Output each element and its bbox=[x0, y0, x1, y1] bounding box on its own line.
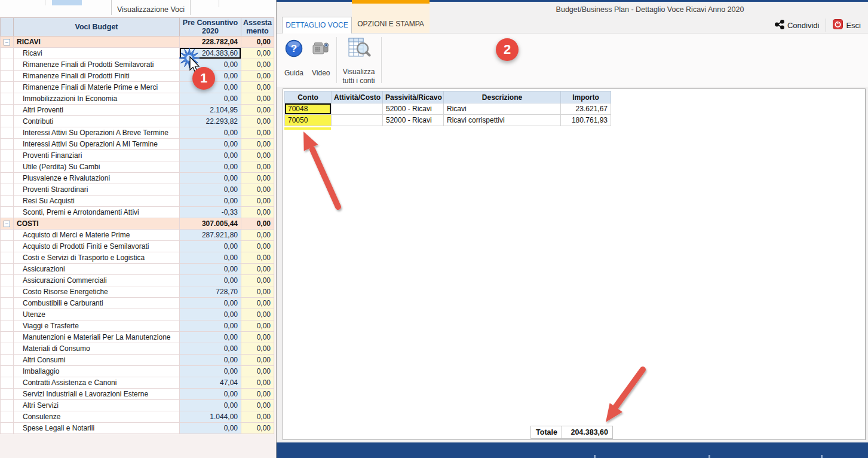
budget-row-label[interactable]: Assicurazioni Commerciali bbox=[14, 275, 180, 286]
assestamento-cell[interactable]: 0,00 bbox=[241, 127, 274, 139]
budget-row-label[interactable]: Proventi Straordinari bbox=[14, 184, 180, 196]
budget-row-label[interactable]: Contributi bbox=[14, 116, 180, 127]
budget-row-label[interactable]: Utenze bbox=[14, 309, 180, 320]
budget-row-label[interactable]: Immobilizzazioni In Economia bbox=[14, 93, 180, 105]
pre-consuntivo-cell[interactable]: 0,00 bbox=[180, 355, 241, 366]
attivita-costo-cell[interactable] bbox=[332, 115, 383, 126]
budget-row-label[interactable]: Sconti, Premi e Arrotondamenti Attivi bbox=[14, 207, 180, 218]
budget-row-label[interactable]: Combustibili e Carburanti bbox=[14, 298, 180, 309]
budget-row-label[interactable]: Proventi Finanziari bbox=[14, 150, 180, 161]
importo-cell[interactable]: 23.621,67 bbox=[561, 103, 611, 115]
budget-row-label[interactable]: Acquisto di Merci e Materie Prime bbox=[14, 230, 180, 241]
video-button[interactable]: Video bbox=[308, 33, 334, 87]
assestamento-cell[interactable]: 0,00 bbox=[241, 252, 274, 264]
pre-consuntivo-cell[interactable]: 0,00 bbox=[180, 275, 241, 286]
budget-row-label[interactable]: Plusvalenze e Rivalutazioni bbox=[14, 173, 180, 184]
assestamento-cell[interactable]: 0,00 bbox=[241, 423, 274, 434]
assestamento-cell[interactable]: 0,00 bbox=[241, 389, 274, 400]
collapse-minus-icon[interactable]: − bbox=[4, 221, 10, 227]
pre-consuntivo-cell[interactable]: 0,00 bbox=[180, 127, 241, 139]
assestamento-cell[interactable]: 0,00 bbox=[241, 298, 274, 309]
pre-consuntivo-cell[interactable]: 0,00 bbox=[180, 173, 241, 184]
assestamento-cell[interactable]: 0,00 bbox=[241, 173, 274, 184]
budget-row-label[interactable]: RICAVI bbox=[14, 36, 180, 48]
pre-consuntivo-cell[interactable]: 0,00 bbox=[180, 343, 241, 355]
budget-row-label[interactable]: Altri Servizi bbox=[14, 400, 180, 411]
assestamento-cell[interactable]: 0,00 bbox=[241, 36, 274, 48]
assestamento-cell[interactable]: 0,00 bbox=[241, 400, 274, 411]
assestamento-cell[interactable]: 0,00 bbox=[241, 48, 274, 59]
condividi-button[interactable]: Condividi bbox=[775, 20, 819, 31]
tab-dettaglio-voce[interactable]: DETTAGLIO VOCE bbox=[282, 17, 352, 33]
budget-row-label[interactable]: Utile (Perdita) Su Cambi bbox=[14, 161, 180, 173]
budget-row-label[interactable]: Spese Legali e Notarili bbox=[14, 423, 180, 434]
pre-consuntivo-cell[interactable]: 0,00 bbox=[180, 366, 241, 377]
pre-consuntivo-cell[interactable]: 1.044,00 bbox=[180, 411, 241, 423]
assestamento-cell[interactable]: 0,00 bbox=[241, 82, 274, 93]
budget-row-label[interactable]: Materiali di Consumo bbox=[14, 343, 180, 355]
budget-row-label[interactable]: Rimanenze Finali di Prodotti Semilavorat… bbox=[14, 59, 180, 71]
esci-button[interactable]: Esci bbox=[833, 19, 861, 31]
assestamento-cell[interactable]: 0,00 bbox=[241, 218, 274, 230]
budget-row-label[interactable]: Costo Risorse Energetiche bbox=[14, 286, 180, 298]
budget-row-label[interactable]: Rimanenze Finali di Materie Prime e Merc… bbox=[14, 82, 180, 93]
assestamento-cell[interactable]: 0,00 bbox=[241, 184, 274, 196]
budget-row-label[interactable]: Altri Proventi bbox=[14, 105, 180, 116]
pre-consuntivo-cell[interactable]: 228.782,04 bbox=[180, 36, 241, 48]
pre-consuntivo-cell[interactable]: 0,00 bbox=[180, 264, 241, 275]
row-toggle-cell[interactable]: − bbox=[1, 218, 14, 230]
budget-row-label[interactable]: Interessi Attivi Su Operazioni A MI Term… bbox=[14, 139, 180, 150]
assestamento-cell[interactable]: 0,00 bbox=[241, 264, 274, 275]
assestamento-cell[interactable]: 0,00 bbox=[241, 275, 274, 286]
selected-conto-cell[interactable]: 70048 bbox=[285, 103, 332, 115]
descrizione-cell[interactable]: Ricavi bbox=[444, 103, 561, 115]
attivita-costo-cell[interactable] bbox=[332, 103, 383, 115]
budget-row-label[interactable]: Altri Consumi bbox=[14, 355, 180, 366]
pre-consuntivo-cell[interactable]: 0,00 bbox=[180, 400, 241, 411]
pre-consuntivo-cell[interactable]: 0,00 bbox=[180, 139, 241, 150]
assestamento-cell[interactable]: 0,00 bbox=[241, 105, 274, 116]
passivita-ricavo-cell[interactable]: 52000 - Ricavi bbox=[383, 103, 444, 115]
pre-consuntivo-cell[interactable]: 0,00 bbox=[180, 332, 241, 343]
pre-consuntivo-cell[interactable]: 0,00 bbox=[180, 252, 241, 264]
assestamento-cell[interactable]: 0,00 bbox=[241, 71, 274, 82]
pre-consuntivo-cell[interactable]: 0,00 bbox=[180, 320, 241, 332]
budget-row-label[interactable]: Servizi Industriali e Lavorazioni Estern… bbox=[14, 389, 180, 400]
budget-row-label[interactable]: Interessi Attivi Su Operazioni A Breve T… bbox=[14, 127, 180, 139]
assestamento-cell[interactable]: 0,00 bbox=[241, 286, 274, 298]
assestamento-cell[interactable]: 0,00 bbox=[241, 343, 274, 355]
assestamento-cell[interactable]: 0,00 bbox=[241, 241, 274, 252]
assestamento-cell[interactable]: 0,00 bbox=[241, 59, 274, 71]
budget-row-label[interactable]: Imballaggio bbox=[14, 366, 180, 377]
pre-consuntivo-cell[interactable]: 0,00 bbox=[180, 196, 241, 207]
tab-opzioni-e-stampa[interactable]: OPZIONI E STAMPA bbox=[352, 0, 430, 33]
budget-row-label[interactable]: Ricavi bbox=[14, 48, 180, 59]
pre-consuntivo-cell[interactable]: 0,00 bbox=[180, 184, 241, 196]
assestamento-cell[interactable]: 0,00 bbox=[241, 320, 274, 332]
pre-consuntivo-cell[interactable]: 47,04 bbox=[180, 377, 241, 389]
collapse-minus-icon[interactable]: − bbox=[4, 39, 10, 45]
tab-visualizzazione-voci[interactable]: Visualizzazione Voci bbox=[112, 0, 190, 16]
budget-row-label[interactable]: Acquisto di Prodotti Finiti e Semilavora… bbox=[14, 241, 180, 252]
assestamento-cell[interactable]: 0,00 bbox=[241, 161, 274, 173]
assestamento-cell[interactable]: 0,00 bbox=[241, 150, 274, 161]
budget-row-label[interactable]: COSTI bbox=[14, 218, 180, 230]
assestamento-cell[interactable]: 0,00 bbox=[241, 230, 274, 241]
pre-consuntivo-cell[interactable]: 0,00 bbox=[180, 309, 241, 320]
pre-consuntivo-cell[interactable]: 0,00 bbox=[180, 150, 241, 161]
pre-consuntivo-cell[interactable]: 0,00 bbox=[180, 93, 241, 105]
pre-consuntivo-cell[interactable]: 728,70 bbox=[180, 286, 241, 298]
visualizza-tutti-i-conti-button[interactable]: Visualizza tutti i conti bbox=[339, 33, 379, 87]
budget-row-label[interactable]: Viaggi e Trasferte bbox=[14, 320, 180, 332]
passivita-ricavo-cell[interactable]: 52000 - Ricavi bbox=[383, 115, 444, 126]
assestamento-cell[interactable]: 0,00 bbox=[241, 207, 274, 218]
guida-button[interactable]: ? Guida bbox=[280, 33, 308, 87]
pre-consuntivo-cell[interactable]: 0,00 bbox=[180, 161, 241, 173]
assestamento-cell[interactable]: 0,00 bbox=[241, 196, 274, 207]
importo-cell[interactable]: 180.761,93 bbox=[561, 115, 611, 126]
pre-consuntivo-cell[interactable]: -0,33 bbox=[180, 207, 241, 218]
budget-row-label[interactable]: Manutenzioni e Materiali Per La Manutenz… bbox=[14, 332, 180, 343]
pre-consuntivo-cell[interactable]: 2.104,95 bbox=[180, 105, 241, 116]
pre-consuntivo-cell[interactable]: 287.921,80 bbox=[180, 230, 241, 241]
selected-pre-consuntivo-cell[interactable]: 204.383,60 bbox=[180, 48, 241, 59]
